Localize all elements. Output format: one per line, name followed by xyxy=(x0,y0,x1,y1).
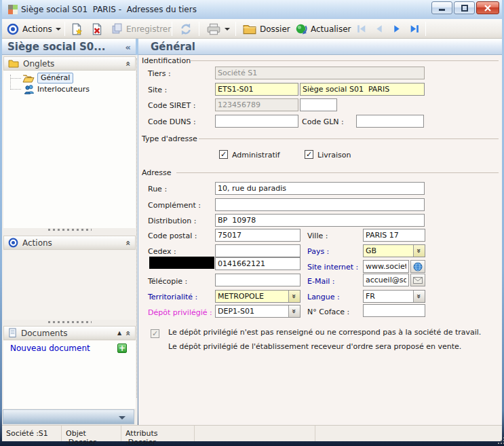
territorialite-combo[interactable]: » xyxy=(215,290,301,303)
distribution-field[interactable] xyxy=(215,214,425,227)
depot-dropdown-button[interactable]: » xyxy=(288,305,300,317)
send-email-button[interactable] xyxy=(410,274,425,286)
panel-splitter-handle[interactable] xyxy=(48,229,92,231)
collapse-panel-icon[interactable]: « xyxy=(123,331,133,336)
onglets-panel-header[interactable]: Onglets « xyxy=(3,56,136,71)
administratif-checkbox[interactable] xyxy=(219,150,228,159)
site-internet-label: Site internet : xyxy=(307,263,358,272)
panel-splitter-handle[interactable] xyxy=(48,321,92,323)
general-form: Identification Tiers : Site : Code SIRET… xyxy=(138,55,502,425)
section-title-adresse: Adresse xyxy=(142,168,172,177)
maximize-button[interactable] xyxy=(454,1,475,14)
depot-privilegie-label: Dépôt privilégié : xyxy=(148,308,212,317)
siret-extra-field[interactable] xyxy=(300,98,337,111)
envelope-icon xyxy=(413,277,423,284)
status-empty-section xyxy=(315,426,502,441)
depot-warning-line1: Le dépôt privilégié n'est pas renseigné … xyxy=(168,328,481,337)
status-objet: Objet :Dossier xyxy=(62,426,121,441)
telecopie-field[interactable] xyxy=(215,274,301,286)
maximize-icon xyxy=(461,5,468,12)
sidebar-item-interlocuteurs[interactable]: Interlocuteurs xyxy=(24,84,90,94)
refresh-button[interactable] xyxy=(177,19,195,39)
title-bar: Siège social S01 PARIS - Adresses du tie… xyxy=(2,0,502,19)
tree-item-label: Interlocuteurs xyxy=(37,85,90,94)
complement-field[interactable] xyxy=(215,198,425,211)
delete-document-icon xyxy=(91,23,103,35)
collapse-panel-icon[interactable]: « xyxy=(123,61,133,67)
expand-more-icon[interactable] xyxy=(119,416,125,420)
open-website-button[interactable] xyxy=(410,260,425,273)
onglets-tree: Général Interlocuteurs xyxy=(3,71,136,228)
minimize-button[interactable] xyxy=(431,1,452,14)
sidebar-splitter[interactable] xyxy=(136,58,137,398)
langue-label: Langue : xyxy=(307,293,340,301)
langue-combo[interactable]: » xyxy=(363,290,425,303)
print-button[interactable] xyxy=(204,19,232,39)
email-label: E-Mail : xyxy=(307,277,334,286)
scroll-up-icon[interactable]: ▲ xyxy=(117,330,121,336)
pays-dropdown-button[interactable]: » xyxy=(413,245,425,257)
actions-panel-body xyxy=(3,250,136,320)
sidebar-item-general[interactable]: Général xyxy=(22,73,73,83)
site-code-field[interactable] xyxy=(215,83,298,96)
site-internet-field[interactable] xyxy=(363,260,409,273)
coface-field[interactable] xyxy=(363,304,425,317)
chevron-down-icon: » xyxy=(290,309,298,314)
tree-item-label: Général xyxy=(37,73,73,83)
coface-label: N° Coface : xyxy=(307,308,349,316)
livraison-label: Livraison xyxy=(317,151,351,160)
refresh-arrows-icon xyxy=(179,22,193,36)
toolbar-separator xyxy=(64,22,65,36)
nav-last-button[interactable] xyxy=(406,19,423,39)
status-empty-section xyxy=(195,426,315,441)
livraison-checkbox[interactable] xyxy=(305,150,313,159)
actions-panel-title: Actions xyxy=(22,238,52,248)
close-button[interactable] xyxy=(476,1,499,14)
collapse-sidebar-icon[interactable]: « xyxy=(125,39,131,55)
cedex-field[interactable] xyxy=(215,244,301,257)
main-pane-header: Général xyxy=(138,39,502,55)
depot-privilegie-combo[interactable]: » xyxy=(215,305,301,318)
territorialite-dropdown-button[interactable]: » xyxy=(288,291,300,302)
save-button[interactable]: Enregistrer xyxy=(109,19,173,39)
email-field[interactable] xyxy=(363,274,409,286)
pays-combo[interactable]: » xyxy=(363,244,425,257)
site-name-field[interactable] xyxy=(300,83,425,96)
print-caret-icon xyxy=(225,28,230,31)
code-duns-label: Code DUNS : xyxy=(148,117,196,126)
app-icon xyxy=(7,4,18,15)
new-record-button[interactable] xyxy=(69,19,85,39)
cedex-label: Cedex : xyxy=(148,247,176,256)
code-gln-field[interactable] xyxy=(356,115,424,128)
telephone-label-redacted xyxy=(149,257,214,269)
documents-panel-header[interactable]: Documents ▲ « xyxy=(3,326,136,340)
collapse-panel-icon[interactable]: « xyxy=(123,240,133,246)
resize-grip[interactable] xyxy=(498,437,499,439)
new-document-link[interactable]: Nouveau document xyxy=(10,343,90,353)
window-title: Siège social S01 PARIS - Adresses du tie… xyxy=(21,5,197,14)
ville-field[interactable] xyxy=(363,229,425,242)
new-document-icon xyxy=(71,23,83,35)
code-duns-field[interactable] xyxy=(215,115,298,128)
distribution-label: Distribution : xyxy=(148,217,196,225)
telephone-field[interactable] xyxy=(215,257,301,270)
nav-previous-button[interactable] xyxy=(371,19,387,39)
nav-next-button[interactable] xyxy=(389,19,405,39)
rue-field[interactable] xyxy=(215,182,425,195)
delete-record-button[interactable] xyxy=(89,19,105,39)
actualiser-button[interactable]: Actualiser xyxy=(292,19,353,39)
section-line xyxy=(199,138,499,139)
actions-panel-header[interactable]: Actions « xyxy=(3,236,136,250)
actions-menu-button[interactable]: Actions xyxy=(5,19,63,39)
status-attributs: Attributs :Dossier xyxy=(121,426,195,441)
save-icon xyxy=(111,23,123,35)
dossier-button[interactable]: Dossier xyxy=(241,19,292,39)
code-gln-label: Code GLN : xyxy=(302,117,344,126)
nav-first-button[interactable] xyxy=(353,19,370,39)
add-document-button[interactable]: + xyxy=(117,343,127,353)
code-postal-field[interactable] xyxy=(215,229,301,242)
nav-previous-icon xyxy=(373,23,385,35)
depot-warning-line2: Le dépôt privilégié de l'établissement r… xyxy=(168,342,461,351)
chevron-down-icon: » xyxy=(414,248,423,253)
langue-dropdown-button[interactable]: » xyxy=(413,291,425,302)
